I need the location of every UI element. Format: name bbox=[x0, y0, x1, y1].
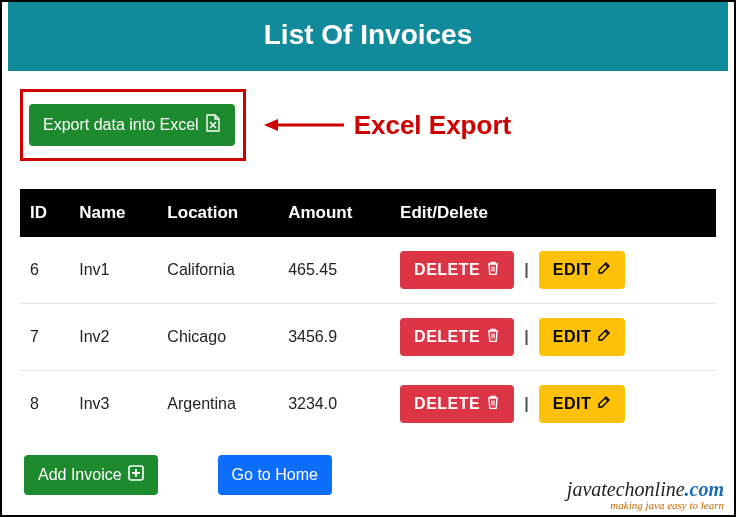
action-separator: | bbox=[522, 328, 530, 346]
action-separator: | bbox=[522, 395, 530, 413]
add-invoice-label: Add Invoice bbox=[38, 466, 122, 484]
delete-label: DELETE bbox=[414, 395, 480, 413]
go-home-button[interactable]: Go to Home bbox=[218, 455, 332, 495]
delete-label: DELETE bbox=[414, 328, 480, 346]
edit-label: EDIT bbox=[553, 261, 591, 279]
edit-label: EDIT bbox=[553, 395, 591, 413]
edit-icon bbox=[597, 328, 611, 346]
table-row: 6Inv1California465.45DELETE|EDIT bbox=[20, 237, 716, 304]
cell-amount: 3456.9 bbox=[278, 304, 390, 371]
watermark-tld: .com bbox=[685, 478, 724, 500]
table-header-row: ID Name Location Amount Edit/Delete bbox=[20, 189, 716, 237]
export-highlight-box: Export data into Excel bbox=[20, 89, 246, 161]
cell-actions: DELETE|EDIT bbox=[390, 237, 716, 304]
cell-location: Chicago bbox=[157, 304, 278, 371]
cell-name: Inv3 bbox=[69, 371, 157, 438]
cell-actions: DELETE|EDIT bbox=[390, 304, 716, 371]
content-area: Export data into Excel Excel Export bbox=[2, 71, 734, 505]
cell-name: Inv2 bbox=[69, 304, 157, 371]
col-actions: Edit/Delete bbox=[390, 189, 716, 237]
delete-button[interactable]: DELETE bbox=[400, 318, 514, 356]
file-excel-icon bbox=[205, 114, 221, 136]
col-name: Name bbox=[69, 189, 157, 237]
cell-id: 8 bbox=[20, 371, 69, 438]
col-amount: Amount bbox=[278, 189, 390, 237]
delete-button[interactable]: DELETE bbox=[400, 385, 514, 423]
trash-icon bbox=[486, 328, 500, 346]
cell-location: Argentina bbox=[157, 371, 278, 438]
delete-label: DELETE bbox=[414, 261, 480, 279]
cell-amount: 3234.0 bbox=[278, 371, 390, 438]
edit-icon bbox=[597, 261, 611, 279]
table-row: 7Inv2Chicago3456.9DELETE|EDIT bbox=[20, 304, 716, 371]
table-row: 8Inv3Argentina3234.0DELETE|EDIT bbox=[20, 371, 716, 438]
edit-icon bbox=[597, 395, 611, 413]
col-location: Location bbox=[157, 189, 278, 237]
svg-marker-1 bbox=[264, 119, 278, 131]
delete-button[interactable]: DELETE bbox=[400, 251, 514, 289]
cell-location: California bbox=[157, 237, 278, 304]
edit-label: EDIT bbox=[553, 328, 591, 346]
col-id: ID bbox=[20, 189, 69, 237]
cell-name: Inv1 bbox=[69, 237, 157, 304]
watermark: javatechonline.com making java easy to l… bbox=[567, 478, 724, 511]
cell-actions: DELETE|EDIT bbox=[390, 371, 716, 438]
export-excel-button[interactable]: Export data into Excel bbox=[29, 104, 235, 146]
invoice-table: ID Name Location Amount Edit/Delete 6Inv… bbox=[20, 189, 716, 437]
add-invoice-button[interactable]: Add Invoice bbox=[24, 455, 158, 495]
cell-id: 7 bbox=[20, 304, 69, 371]
edit-button[interactable]: EDIT bbox=[539, 385, 625, 423]
cell-amount: 465.45 bbox=[278, 237, 390, 304]
edit-button[interactable]: EDIT bbox=[539, 318, 625, 356]
trash-icon bbox=[486, 261, 500, 279]
export-excel-label: Export data into Excel bbox=[43, 116, 199, 134]
watermark-site: javatechonline bbox=[567, 478, 685, 500]
edit-button[interactable]: EDIT bbox=[539, 251, 625, 289]
plus-square-icon bbox=[128, 465, 144, 485]
cell-id: 6 bbox=[20, 237, 69, 304]
export-callout-label: Excel Export bbox=[354, 110, 512, 141]
export-row: Export data into Excel Excel Export bbox=[20, 89, 716, 161]
page-title: List Of Invoices bbox=[8, 1, 728, 71]
go-home-label: Go to Home bbox=[232, 466, 318, 484]
arrow-left-icon bbox=[264, 115, 344, 135]
trash-icon bbox=[486, 395, 500, 413]
action-separator: | bbox=[522, 261, 530, 279]
